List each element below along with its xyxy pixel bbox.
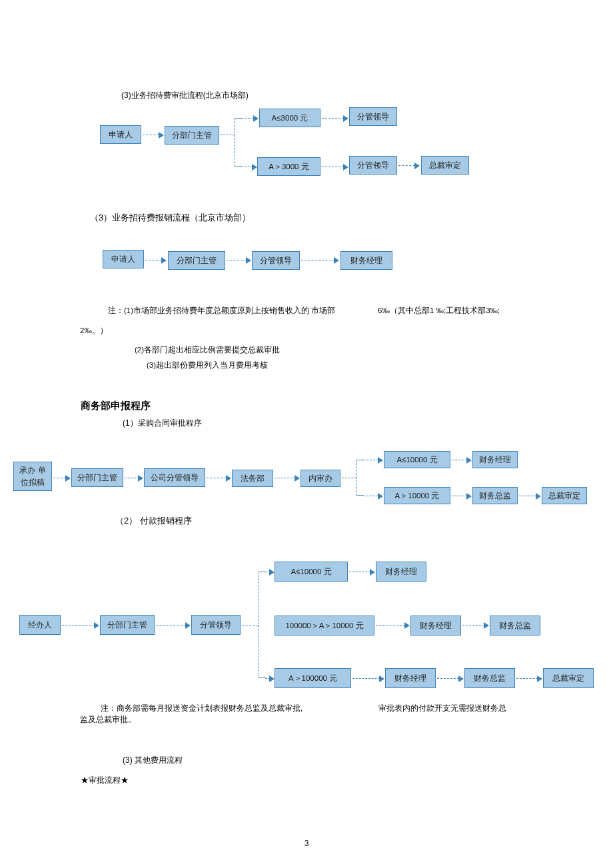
arrow	[519, 496, 540, 496]
arrow	[241, 118, 257, 119]
flow3-cond2: A＞10000 元	[384, 487, 450, 504]
note2-l1a: 注：商务部需每月报送资金计划表报财务总监及总裁审批,	[101, 703, 303, 713]
arrow	[352, 678, 383, 679]
flow4-fd2: 财务总监	[490, 616, 540, 636]
arrow	[143, 135, 163, 135]
note1-line1c: 2‰。）	[80, 326, 108, 336]
arrow	[265, 572, 273, 572]
flow3-audit: 内审办	[301, 470, 340, 487]
note2-l2: 监及总裁审批。	[80, 715, 136, 725]
arrow	[452, 496, 470, 496]
note1-line1a: 注：(1)市场部业务招待费年度总额度原则上按销售收入的 市场部	[108, 306, 335, 316]
arrow	[322, 167, 347, 167]
flow4-leader: 分管领导	[191, 615, 241, 635]
flow1-ceo: 总裁审定	[421, 156, 469, 175]
arrow	[156, 625, 189, 626]
arrow	[241, 167, 256, 167]
flow1-applicant: 申请人	[100, 125, 141, 144]
flow4-cond2: 100000＞A＞10000 元	[275, 616, 374, 636]
page-number: 3	[0, 839, 613, 848]
flow4-fm2: 财务经理	[410, 616, 461, 636]
section2-sub1: (1）采购合同审批程序	[123, 418, 202, 429]
note1-line2: (2)各部门超出相应比例需要提交总裁审批	[135, 345, 280, 355]
bracket	[259, 572, 265, 678]
sub3: (3) 其他费用流程	[123, 755, 183, 766]
flow4-fd3: 财务总监	[464, 668, 515, 688]
flow1-cond-gt3000: A＞3000 元	[257, 157, 320, 176]
flow1-title: (3)业务招待费审批流程(北京市场部)	[121, 90, 249, 101]
flow4-cond1: A≤10000 元	[275, 562, 348, 582]
arrow	[125, 478, 142, 478]
arrow	[363, 496, 382, 496]
flow1-leader-b: 分管领导	[349, 156, 397, 175]
flow4-dept-head: 分部门主管	[100, 615, 155, 635]
flow4-fm1: 财务经理	[376, 562, 426, 582]
arrow	[516, 678, 541, 679]
arrow	[462, 625, 488, 626]
flow4-ceo3: 总裁审定	[543, 668, 594, 688]
flow2-fin-mgr: 财务经理	[340, 251, 392, 270]
arrow	[398, 165, 418, 166]
sub2: （2） 付款报销程序	[115, 515, 192, 527]
arrow	[376, 625, 408, 626]
flow2-applicant: 申请人	[103, 250, 144, 268]
arrow	[275, 478, 299, 478]
sub3b: ★审批流程★	[81, 775, 129, 786]
flow3-co-leader: 公司分管领导	[144, 468, 205, 487]
bracket	[235, 118, 241, 167]
flow3-dept-head: 分部门主管	[71, 468, 123, 487]
flow2-dept-head: 分部门主管	[168, 251, 225, 270]
arrow	[227, 260, 250, 260]
flow2-leader: 分管领导	[252, 251, 300, 270]
flow1-leader-a: 分管领导	[349, 107, 397, 126]
flow1-cond-le3000: A≤3000 元	[259, 109, 320, 127]
section2-title: 商务部申报程序	[81, 400, 151, 412]
note2-l1b: 审批表内的付款开支无需报送财务总	[378, 703, 506, 713]
note1-line3: (3)超出部份费用列入当月费用考核	[147, 360, 268, 370]
flow4-handler: 经办人	[19, 615, 61, 635]
flow3-findir: 财务总监	[472, 487, 518, 504]
arrow	[62, 625, 98, 626]
arrow	[265, 678, 273, 679]
arrow	[301, 260, 338, 260]
bracket	[356, 460, 363, 496]
flow1-dept-head: 分部门主管	[165, 126, 219, 145]
arrow	[349, 572, 374, 572]
arrow	[207, 478, 230, 478]
arrow	[452, 460, 470, 460]
arrow	[363, 460, 382, 460]
note1-line1b: 6‰（其中总部1 ‰;工程技术部3‰;	[378, 306, 500, 316]
flow3-cond1: A≤10000 元	[384, 451, 450, 468]
flow3-drafter: 承办 单位拟稿	[13, 462, 52, 491]
flow4-cond3: A＞100000 元	[275, 668, 351, 688]
arrow	[437, 678, 462, 679]
flow3-ceo: 总裁审定	[542, 487, 587, 504]
flow3-legal: 法务部	[232, 470, 273, 487]
arrow	[145, 260, 165, 260]
flow3-finmgr: 财务经理	[472, 451, 518, 468]
flow4-fm3: 财务经理	[385, 668, 436, 688]
arrow	[53, 478, 69, 478]
arrow	[322, 118, 347, 119]
flow2-title: （3）业务招待费报销流程（北京市场部）	[90, 212, 251, 224]
